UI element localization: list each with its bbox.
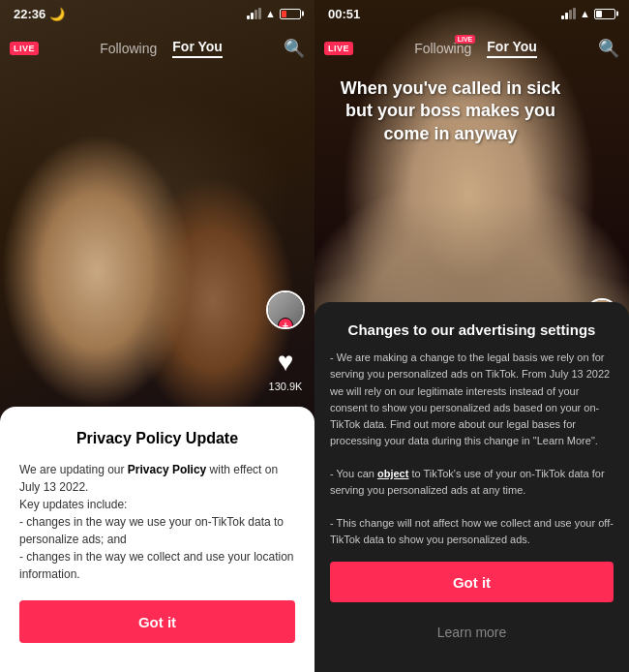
right-panel: 00:51 ▲ LIVE Following LIVE For You 🔍 Wh… xyxy=(314,0,629,672)
privacy-modal: Privacy Policy Update We are updating ou… xyxy=(0,407,314,672)
learn-more-button[interactable]: Learn more xyxy=(330,612,614,653)
battery-icon-right xyxy=(594,9,615,19)
ads-modal-body: - We are making a change to the legal ba… xyxy=(330,350,614,548)
got-it-button-left[interactable]: Got it xyxy=(19,600,295,643)
ads-paragraph-2: - You can object to TikTok's use of your… xyxy=(330,466,614,499)
object-link[interactable]: object xyxy=(377,468,408,479)
like-count: 130.9K xyxy=(269,381,303,392)
search-icon-right[interactable]: 🔍 xyxy=(598,38,619,59)
ads-modal-title: Changes to our advertising settings xyxy=(330,321,614,338)
live-badge-right[interactable]: LIVE xyxy=(324,42,353,55)
nav-tabs-right: Following LIVE For You xyxy=(414,39,537,58)
ads-paragraph-1: - We are making a change to the legal ba… xyxy=(330,350,614,448)
status-bar-right: 00:51 ▲ xyxy=(314,0,629,27)
ads-modal: Changes to our advertising settings - We… xyxy=(314,302,629,672)
bullet-2: - changes in the way we collect and use … xyxy=(19,548,295,583)
wifi-icon-left: ▲ xyxy=(265,8,276,19)
tab-foryou-left[interactable]: For You xyxy=(172,39,223,58)
heart-icon: ♥ xyxy=(278,347,294,378)
body-text-1: We are updating our xyxy=(19,463,128,476)
ads-para2-pre: - You can xyxy=(330,468,377,479)
privacy-link[interactable]: Privacy Policy xyxy=(128,463,206,476)
battery-icon-left xyxy=(280,9,301,19)
signal-bars-left xyxy=(247,8,261,19)
status-icons-left: ▲ xyxy=(247,8,301,19)
tab-following-right[interactable]: Following LIVE xyxy=(414,41,471,56)
status-icons-right: ▲ xyxy=(561,8,615,19)
follow-plus-icon[interactable]: + xyxy=(278,318,293,329)
avatar-action: + xyxy=(266,290,305,329)
time-display-left: 22:36 xyxy=(14,7,45,21)
live-badge-left[interactable]: LIVE xyxy=(10,42,39,55)
avatar-left: + xyxy=(266,290,305,329)
left-panel: 22:36 🌙 ▲ LIVE Following For You 🔍 + xyxy=(0,0,314,672)
tab-foryou-right[interactable]: For You xyxy=(487,39,537,58)
wifi-icon-right: ▲ xyxy=(580,8,590,19)
status-bar-left: 22:36 🌙 ▲ xyxy=(0,0,314,27)
video-caption: When you've called in sick but your boss… xyxy=(330,77,571,145)
nav-bar-left: LIVE Following For You 🔍 xyxy=(0,27,314,70)
live-dot-badge: LIVE xyxy=(455,35,476,44)
moon-icon: 🌙 xyxy=(49,7,65,21)
status-time-left: 22:36 🌙 xyxy=(14,7,65,21)
search-icon-left[interactable]: 🔍 xyxy=(284,38,305,59)
like-action[interactable]: ♥ 130.9K xyxy=(269,347,303,392)
time-display-right: 00:51 xyxy=(328,7,360,21)
nav-bar-right: LIVE Following LIVE For You 🔍 xyxy=(314,27,629,70)
privacy-modal-body: We are updating our Privacy Policy with … xyxy=(19,461,295,583)
tab-following-left[interactable]: Following xyxy=(100,41,157,56)
nav-tabs-left: Following For You xyxy=(100,39,223,58)
got-it-button-right[interactable]: Got it xyxy=(330,562,614,602)
signal-bars-right xyxy=(561,8,576,19)
key-updates-label: Key updates include: xyxy=(19,496,295,513)
ads-paragraph-3: - This change will not affect how we col… xyxy=(330,515,614,548)
bullet-1: - changes in the way we use your on-TikT… xyxy=(19,513,295,548)
privacy-modal-title: Privacy Policy Update xyxy=(19,430,295,447)
